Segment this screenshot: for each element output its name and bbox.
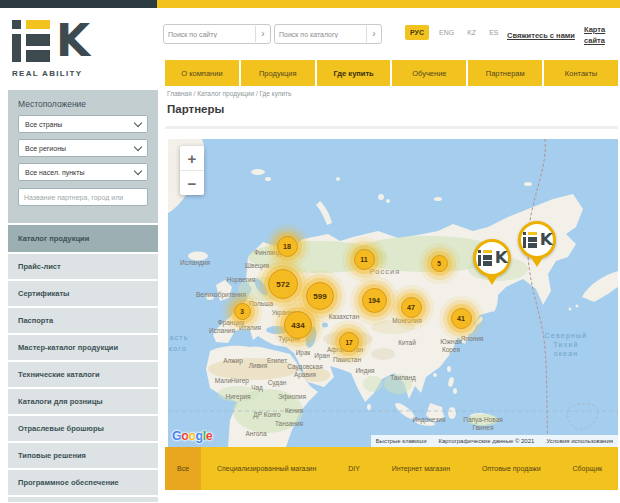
sidebar-menu-item[interactable]: Типовые решения — [8, 443, 158, 468]
nav-item[interactable]: Обучение — [392, 60, 466, 86]
cluster-marker[interactable]: 41 — [451, 308, 472, 329]
sidebar-menu-item[interactable]: Мастер-каталог продукции — [8, 335, 158, 360]
sidebar-menu-item[interactable]: Отраслевые брошюры — [8, 416, 158, 441]
filter-tab[interactable]: DIY — [332, 447, 375, 490]
logo-letter-k: K — [540, 232, 553, 248]
cluster-marker[interactable]: 5 — [431, 255, 448, 272]
zoom-out-button[interactable]: − — [180, 170, 204, 195]
cluster-marker[interactable]: 434 — [284, 311, 312, 339]
sidebar-menu-item[interactable]: Программное обеспечение — [8, 470, 158, 495]
nav-item[interactable]: О компании — [165, 60, 239, 86]
title-divider — [165, 126, 618, 129]
location-panel: Местоположение Все страныВсе регионыВсе … — [8, 90, 158, 223]
sidebar-menu-item[interactable]: Сертификаты — [8, 281, 158, 306]
site-search-submit-icon[interactable]: › — [255, 26, 270, 42]
language-option-eng[interactable]: ENG — [436, 25, 457, 40]
filter-tab[interactable]: Оптовые продажи — [466, 447, 557, 490]
google-logo[interactable]: Google — [172, 429, 212, 443]
google-logo-letter: e — [206, 429, 212, 443]
breadcrumb[interactable]: Главная / Каталог продукции / Где купить — [167, 90, 291, 97]
logo-letter-e — [528, 237, 537, 242]
iek-pin-marker[interactable]: K — [518, 221, 556, 274]
sidebar-menu-item[interactable]: Прайс-лист — [8, 254, 158, 279]
location-select-value: Все страны — [25, 121, 62, 128]
cluster-marker[interactable]: 194 — [362, 288, 387, 313]
map-attribution-link[interactable]: Быстрые клавиши — [376, 438, 427, 444]
catalog-search-submit-icon[interactable]: › — [366, 26, 381, 42]
language-option-es[interactable]: ES — [486, 25, 501, 40]
language-option-kz[interactable]: KZ — [464, 25, 479, 40]
logo-letter-i — [523, 237, 526, 248]
chevron-down-icon — [134, 119, 142, 127]
language-switcher: РУСENGKZES — [405, 25, 501, 40]
cluster-marker[interactable]: 572 — [268, 269, 298, 299]
logo-letter-i-dot — [478, 250, 481, 253]
nav-item[interactable]: Где купить — [317, 60, 391, 86]
partner-search-field — [18, 188, 148, 206]
iek-pin-circle: K — [473, 239, 511, 277]
location-select[interactable]: Все насел. пункты — [18, 163, 148, 181]
location-select[interactable]: Все регионы — [18, 139, 148, 157]
logo-letter-k: K — [56, 20, 90, 62]
filter-tab[interactable]: Все — [165, 447, 201, 490]
sidebar-menu-item-partial[interactable] — [8, 497, 158, 502]
filter-tab[interactable]: Интернет магазин — [376, 447, 466, 490]
logo-letter-i — [478, 255, 481, 266]
location-selects: Все страныВсе регионыВсе насел. пункты — [8, 115, 158, 181]
cluster-marker[interactable]: 3 — [234, 303, 251, 320]
logo-letter-e — [483, 255, 492, 260]
main-nav: О компанииПродукцияГде купитьОбучениеПар… — [165, 60, 618, 86]
cluster-marker[interactable]: 17 — [339, 332, 359, 352]
logo-tagline: REAL ABILITY — [12, 69, 86, 78]
logo-letter-e-top — [26, 20, 50, 29]
sidebar-menu-item[interactable]: Технические каталоги — [8, 362, 158, 387]
site-search: › — [163, 24, 271, 44]
cluster-marker[interactable]: 11 — [354, 249, 375, 270]
logo-letter-k: K — [495, 250, 508, 266]
sitemap-link[interactable]: Карта сайта — [584, 25, 618, 47]
google-logo-letter: G — [172, 429, 181, 443]
location-select[interactable]: Все страны — [18, 115, 148, 133]
sidebar-menu-item[interactable]: Каталог продукции — [8, 225, 158, 252]
google-logo-letter: o — [188, 429, 195, 443]
sidebar-menu-item[interactable]: Каталоги для розницы — [8, 389, 158, 414]
zoom-in-button[interactable]: + — [180, 146, 204, 170]
map-attribution-link[interactable]: Картографические данные © 2021 — [439, 438, 535, 444]
map-attribution-link[interactable]: Условия использования — [546, 438, 613, 444]
language-option-рус[interactable]: РУС — [405, 25, 429, 40]
map-zoom-control: + − — [180, 146, 204, 195]
contact-link[interactable]: Свяжитесь с нами — [507, 31, 575, 40]
nav-item[interactable]: Контакты — [544, 60, 618, 86]
logo-letter-e-top — [528, 232, 537, 235]
nav-item[interactable]: Партнерам — [468, 60, 542, 86]
topbar-dark-segment — [0, 0, 157, 8]
partners-map[interactable]: ИсландияШвецияФинляндияНорвегияВеликобри… — [168, 139, 618, 447]
logo-letter-e — [26, 34, 50, 46]
location-select-value: Все насел. пункты — [25, 169, 84, 176]
sidebar-menu-item[interactable]: Паспорта — [8, 308, 158, 333]
cluster-marker[interactable]: 599 — [306, 282, 334, 310]
iek-logo[interactable]: K REAL ABILITY — [12, 20, 86, 78]
cluster-marker[interactable]: 47 — [401, 297, 422, 318]
cluster-marker[interactable]: 18 — [277, 236, 298, 257]
logo-letter-e-bottom — [528, 243, 537, 248]
sidebar-menu: Каталог продукцииПрайс-листСертификатыПа… — [8, 225, 158, 503]
nav-item[interactable]: Продукция — [241, 60, 315, 86]
iek-pin-marker[interactable]: K — [473, 239, 511, 292]
topbar-yellow-segment — [157, 0, 620, 8]
chevron-down-icon — [134, 167, 142, 175]
map-attribution-bar: Быстрые клавишиКартографические данные ©… — [371, 435, 618, 447]
filter-tab[interactable]: Специализированный магазин — [201, 447, 332, 490]
logo-letter-e-bottom — [483, 261, 492, 266]
iek-pin-circle: K — [518, 221, 556, 259]
catalog-search-input[interactable] — [275, 31, 366, 38]
partner-search-input[interactable] — [19, 189, 147, 205]
page-title: Партнеры — [167, 103, 224, 115]
iek-pin-tail — [530, 256, 544, 274]
catalog-search: › — [274, 24, 382, 44]
site-search-input[interactable] — [164, 31, 255, 38]
page: K REAL ABILITY › › РУСENGKZES Свяжитесь … — [0, 0, 620, 503]
location-select-value: Все регионы — [25, 145, 66, 152]
filter-tab[interactable]: Сборщик — [557, 447, 618, 490]
logo-letter-i-dot — [12, 20, 21, 29]
